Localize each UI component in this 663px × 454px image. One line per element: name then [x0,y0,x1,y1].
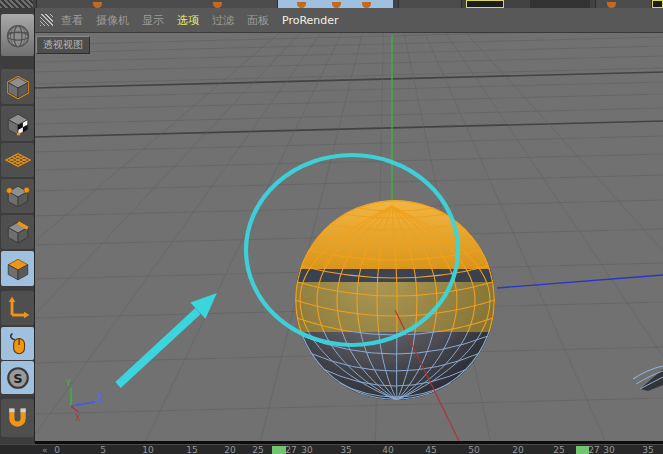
menu-grip-icon[interactable] [40,14,53,26]
svg-text:S: S [13,370,22,385]
ruler-frame-label: 15 [186,445,197,454]
menu-item-panel[interactable]: 面板 [247,13,269,28]
tool-solo-mode[interactable]: S [1,361,34,394]
ruler-frame-label: 0 [54,445,60,454]
ruler-frame-label: 30 [301,445,312,454]
toolbar-button-group [36,0,278,8]
ruler-frame-label: 20 [224,445,235,454]
menu-item-cameras[interactable]: 摄像机 [96,13,129,28]
polygons-mode-icon [5,256,31,282]
ruler-frame-label: 25 [553,445,564,454]
ruler-frame-label: 40 [382,445,393,454]
ruler-frame-label: 35 [642,445,653,454]
menu-item-prorender[interactable]: ProRender [282,14,339,27]
tool-polygons-mode[interactable] [1,251,34,286]
globe-icon [4,21,32,49]
menu-item-options[interactable]: 选项 [177,13,199,28]
viewport-canvas[interactable]: 透视视图 YZX [35,33,663,441]
toolbar-highlighted-button [652,0,663,8]
points-mode-icon [5,183,31,209]
enable-axis-icon [5,295,31,321]
toolbar-highlighted-button [466,0,504,8]
solo-s-icon: S [5,365,31,391]
tool-make-editable[interactable] [1,69,34,104]
main-toolbar-sliver [0,0,663,8]
ruler-frame-label: 20 [512,445,523,454]
toolbar-button-group [530,0,590,8]
ruler-frame-label: 10 [142,445,153,454]
tool-viewport-solo[interactable] [1,327,34,360]
toolbar-button-group [398,0,462,8]
menu-item-view[interactable]: 查看 [61,13,83,28]
tool-snap-magnet[interactable] [1,399,34,437]
current-frame-marker[interactable] [576,446,589,454]
tool-edges-mode[interactable] [1,215,34,249]
ruler-frame-label: 27 [588,445,599,454]
ruler-prefix: « [42,445,48,454]
ruler-frame-label: 30 [603,445,614,454]
gizmo-y-label: Y [65,379,71,388]
snap-magnet-icon [4,405,31,432]
menu-item-display[interactable]: 显示 [142,13,164,28]
viewport-menubar: 查看 摄像机 显示 选项 过滤 面板 ProRender [35,8,663,33]
ruler-frame-label: 35 [340,445,351,454]
left-tool-palette: S [0,8,35,443]
menu-item-filter[interactable]: 过滤 [212,13,234,28]
cinema4d-window: { "viewport_menu": { "items": [ {"label"… [0,0,663,454]
scene-3d: YZX [35,33,663,441]
palette-grip-hatch [0,0,33,8]
workplane-icon [5,147,31,173]
tool-globe[interactable] [1,14,34,56]
ruler-frame-label: 5 [100,445,106,454]
gizmo-z-label: Z [97,394,103,403]
timeline-ruler[interactable]: «05101520252730354045502025273035 [0,444,663,454]
tool-enable-axis[interactable] [1,291,34,325]
edges-mode-icon [5,219,31,245]
toolbar-button-group [595,0,652,8]
ruler-frame-label: 50 [468,445,479,454]
tool-points-mode[interactable] [1,179,34,213]
ruler-frame-label: 45 [425,445,436,454]
ruler-frame-label: 27 [285,445,296,454]
gizmo-x-label: X [75,414,81,423]
texture-mode-icon [5,111,31,137]
tool-texture-mode[interactable] [1,106,34,141]
make-editable-icon [5,74,31,100]
tool-workplane[interactable] [1,143,34,177]
ruler-frame-label: 25 [252,445,263,454]
viewport-solo-mouse-icon [5,331,31,357]
perspective-view-label: 透视视图 [36,36,90,54]
current-frame-marker[interactable] [272,446,286,454]
